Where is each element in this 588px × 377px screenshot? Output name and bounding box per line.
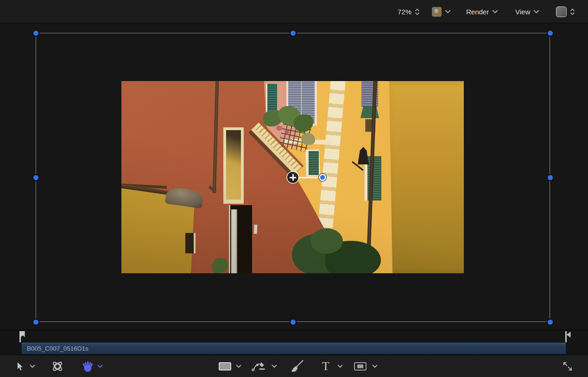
text-tool-dropdown[interactable] bbox=[337, 355, 343, 377]
up-down-stepper-icon[interactable] bbox=[570, 8, 575, 16]
viewer-canvas[interactable] bbox=[0, 23, 588, 330]
canvas-layout-icon bbox=[556, 6, 567, 17]
color-channels-icon bbox=[432, 7, 442, 17]
selection-handle-bottom-right[interactable] bbox=[548, 320, 553, 325]
view-menu[interactable]: View bbox=[515, 0, 539, 23]
expand-arrows-icon bbox=[562, 360, 574, 372]
view-menu-label: View bbox=[515, 8, 530, 16]
tools-toolbar: T bbox=[0, 355, 588, 377]
play-range-start-marker[interactable] bbox=[19, 331, 21, 342]
chevron-down-icon bbox=[372, 364, 378, 368]
anchor-point-crosshair-icon[interactable] bbox=[287, 172, 298, 183]
pan-tool-button[interactable] bbox=[82, 355, 94, 377]
selection-handle-top-right[interactable] bbox=[548, 31, 553, 36]
play-range-end-marker[interactable] bbox=[565, 331, 567, 342]
chevron-down-icon bbox=[272, 364, 277, 368]
chevron-down-icon bbox=[97, 364, 103, 368]
selection-handle-top-center[interactable] bbox=[291, 31, 296, 36]
selection-handle-bottom-left[interactable] bbox=[33, 320, 38, 325]
motion-canvas-window: 72% Render View bbox=[0, 0, 588, 377]
viewer-toolbar: 72% Render View bbox=[0, 0, 588, 23]
chevron-down-icon bbox=[236, 364, 241, 368]
select-tool-dropdown[interactable] bbox=[30, 355, 35, 377]
hand-icon bbox=[82, 360, 94, 373]
render-menu-label: Render bbox=[466, 8, 489, 16]
timeline-clip[interactable]: B005_C007_0516D1s bbox=[21, 343, 566, 354]
orbit-3d-tool-button[interactable] bbox=[51, 355, 64, 377]
expand-view-button[interactable] bbox=[562, 355, 574, 377]
arrow-cursor-icon bbox=[16, 362, 24, 371]
chevron-down-icon bbox=[445, 10, 451, 14]
orbit-3d-icon bbox=[51, 360, 64, 373]
text-tool-icon: T bbox=[322, 360, 329, 372]
bezier-tool-button[interactable] bbox=[251, 355, 266, 377]
canvas-layout-control[interactable] bbox=[556, 0, 575, 23]
rectangle-tool-button[interactable] bbox=[219, 355, 231, 377]
play-range-start-flag-icon bbox=[21, 331, 25, 337]
up-down-stepper-icon[interactable] bbox=[415, 8, 420, 16]
selection-handle-middle-right[interactable] bbox=[548, 175, 553, 180]
anchor-point-handle[interactable] bbox=[319, 174, 326, 181]
zoom-level-control[interactable]: 72% bbox=[398, 0, 420, 23]
timeline-clip-row[interactable]: B005_C007_0516D1s bbox=[0, 342, 588, 355]
pan-tool-dropdown[interactable] bbox=[97, 355, 103, 377]
select-tool-button[interactable] bbox=[16, 355, 24, 377]
render-menu[interactable]: Render bbox=[466, 0, 498, 23]
chevron-down-icon bbox=[533, 10, 539, 14]
bezier-pen-icon bbox=[251, 360, 266, 372]
chevron-down-icon bbox=[492, 10, 498, 14]
paint-brush-icon bbox=[290, 359, 304, 373]
selection-handle-middle-left[interactable] bbox=[33, 175, 38, 180]
bezier-tool-dropdown[interactable] bbox=[272, 355, 277, 377]
selection-handle-bottom-center[interactable] bbox=[291, 320, 296, 325]
zoom-level-value: 72% bbox=[398, 8, 411, 16]
chevron-down-icon bbox=[30, 364, 35, 368]
image-mask-icon bbox=[354, 362, 367, 371]
timeline-clip-name: B005_C007_0516D1s bbox=[22, 343, 566, 354]
rectangle-tool-dropdown[interactable] bbox=[236, 355, 241, 377]
play-range-end-arrow-icon bbox=[567, 332, 571, 338]
image-mask-tool-dropdown[interactable] bbox=[372, 355, 378, 377]
rectangle-shape-icon bbox=[219, 362, 231, 371]
image-mask-tool-button[interactable] bbox=[354, 355, 367, 377]
text-tool-button[interactable]: T bbox=[322, 355, 329, 377]
chevron-down-icon bbox=[337, 364, 343, 368]
color-channels-control[interactable] bbox=[432, 0, 451, 23]
timeline-marker-row[interactable] bbox=[0, 330, 588, 342]
paint-stroke-tool-button[interactable] bbox=[290, 355, 304, 377]
selection-handle-top-left[interactable] bbox=[33, 31, 38, 36]
